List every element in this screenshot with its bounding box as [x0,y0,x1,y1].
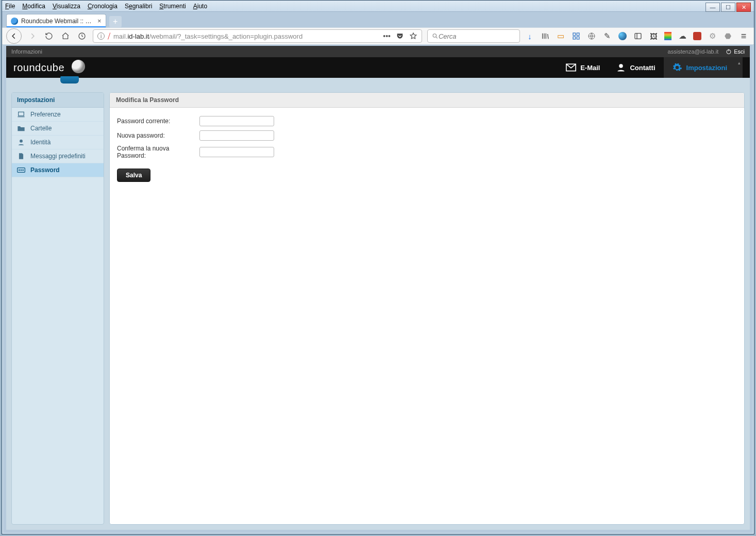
menu-segnalibri[interactable]: Segnalibri [125,3,152,10]
logout-label: Esci [734,48,745,55]
nav-back-button[interactable] [6,28,22,44]
ruler-icon[interactable]: ▭ [556,31,565,41]
svg-point-12 [20,140,23,143]
addon-wand-icon[interactable]: ✎ [602,31,612,41]
main-panel: Modifica la Password Password corrente: … [109,92,745,525]
svg-rect-4 [573,37,576,39]
browser-tab-active[interactable]: Roundcube Webmail :: Modific… × [6,14,106,27]
browser-search-box[interactable] [427,29,520,43]
addon-cloud-icon[interactable]: ☁ [678,31,687,41]
info-bar: Informazioni assistenza@id-lab.it Esci [6,46,750,57]
svg-rect-5 [577,37,579,39]
nav-forward-button[interactable] [27,30,38,42]
site-info-icon[interactable]: i [97,32,105,40]
addon-globe-icon[interactable] [587,31,596,41]
menu-file[interactable]: FFileile [5,3,15,10]
tab-favicon-icon [11,18,18,25]
svg-point-1 [433,34,436,37]
svg-point-15 [21,170,21,170]
topnav-email-label: E-Mail [580,64,600,72]
sidebar-item-password[interactable]: Password [12,163,104,177]
addon-gear-icon[interactable]: ⚙ [708,31,717,41]
content-area: Impostazioni Preferenze Cartelle [11,92,745,525]
window-minimize-button[interactable]: — [705,3,720,12]
browser-toolbar-icons: ↓ ▭ ✎ 🖼 ☁ ⚙ ⬣ [525,31,732,41]
window-close-button[interactable]: ✕ [736,3,751,12]
new-password-label: Nuova password: [117,132,199,139]
sidebar-item-label: Preferenze [30,111,61,118]
sidebar-item-messaggi[interactable]: Messaggi predefiniti [12,149,104,163]
confirm-password-input[interactable] [199,147,274,157]
topnav-expand-handle[interactable]: ▴ [735,57,743,78]
browser-search-input[interactable] [439,32,515,40]
topnav-contacts[interactable]: Contatti [608,57,663,78]
settings-sidebar: Impostazioni Preferenze Cartelle [11,92,104,525]
addon-sidebar-icon[interactable] [633,31,643,41]
pocket-icon[interactable] [396,32,404,40]
menu-aiuto[interactable]: Aiuto [193,3,207,10]
nav-reload-button[interactable] [43,30,55,42]
nav-history-button[interactable] [76,30,88,42]
logo-ball-icon [72,60,85,73]
save-button[interactable]: Salva [117,169,150,182]
browser-nav-bar: i ⧸ mail.id-lab.it/webmail/?_task=settin… [2,27,754,45]
page-actions-icon[interactable]: ••• [383,32,391,40]
logo-text: roundcube [13,62,64,74]
app-logo[interactable]: roundcube [13,60,88,75]
menu-modifica[interactable]: Modifica [22,3,45,10]
search-icon [432,32,439,40]
url-bar[interactable]: i ⧸ mail.id-lab.it/webmail/?_task=settin… [93,29,422,43]
new-password-input[interactable] [199,130,274,141]
top-nav: E-Mail Contatti Impostazioni ▴ [558,57,743,78]
account-email: assistenza@id-lab.it [668,48,719,55]
sidebar-item-cartelle[interactable]: Cartelle [12,122,104,136]
topnav-settings[interactable]: Impostazioni [664,57,735,78]
addon-colorbar-icon[interactable] [664,32,671,40]
bookmark-star-icon[interactable] [409,32,417,40]
current-password-input[interactable] [199,116,274,126]
panel-body: Password corrente: Nuova password: Confe… [110,108,744,190]
addon-picture-icon[interactable]: 🖼 [649,31,658,41]
webmail-page: Informazioni assistenza@id-lab.it Esci r… [6,46,750,530]
svg-rect-11 [19,112,24,115]
library-icon[interactable] [541,31,550,41]
svg-rect-7 [635,34,641,39]
file-icon [17,153,25,160]
power-icon [726,48,732,55]
laptop-icon [17,111,25,118]
menu-cronologia[interactable]: Cronologia [88,3,117,10]
row-new-password: Nuova password: [117,130,737,141]
sidebar-item-label: Identità [30,139,51,146]
tab-close-icon[interactable]: × [97,17,102,25]
menu-visualizza[interactable]: Visualizza [53,3,80,10]
info-bar-label[interactable]: Informazioni [11,48,42,55]
topnav-email[interactable]: E-Mail [558,57,608,78]
row-current-password: Password corrente: [117,116,737,126]
tab-title: Roundcube Webmail :: Modific… [21,18,93,25]
svg-rect-2 [573,33,576,36]
svg-point-10 [619,64,624,68]
topnav-settings-label: Impostazioni [686,64,727,72]
svg-point-16 [23,170,23,170]
os-menu-bar: FFileile Modifica Visualizza Cronologia … [2,1,754,12]
browser-tab-strip: Roundcube Webmail :: Modific… × + [2,12,754,27]
nav-home-button[interactable] [60,30,71,42]
browser-menu-button[interactable]: ≡ [737,31,750,42]
logout-link[interactable]: Esci [726,48,745,55]
grid-icon[interactable] [572,31,581,41]
menu-strumenti[interactable]: Strumenti [159,3,186,10]
addon-shield-icon[interactable] [693,32,701,40]
row-confirm-password: Conferma la nuova Password: [117,145,737,159]
sidebar-item-identita[interactable]: Identità [12,136,104,149]
window-controls: — ☐ ✕ [704,3,751,12]
svg-rect-3 [577,33,579,36]
person-icon [616,63,626,72]
window-maximize-button[interactable]: ☐ [721,3,735,12]
new-tab-button[interactable]: + [109,16,122,27]
sidebar-item-preferenze[interactable]: Preferenze [12,108,104,122]
addon-circle-icon[interactable] [618,31,627,41]
sidebar-header: Impostazioni [12,93,104,108]
downloads-icon[interactable]: ↓ [525,31,534,41]
addon-stop-icon[interactable]: ⬣ [723,31,732,41]
os-window: FFileile Modifica Visualizza Cronologia … [2,0,754,534]
